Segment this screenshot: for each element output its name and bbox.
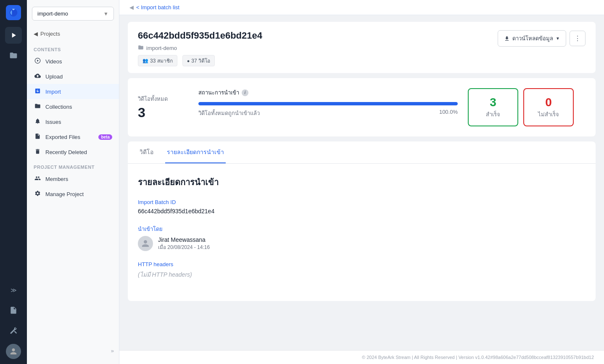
rail-folder-icon[interactable] [5,47,22,64]
back-arrow: ◀ [129,4,134,10]
back-arrow-icon: ◀ [34,31,38,37]
fail-card: 0 ไม่สำเร็จ [523,88,574,126]
stats-inner: วิดีโอทั้งหมด 3 สถานะการนำเข้า i วิดีโอท… [138,88,586,126]
icon-rail: ≫ [0,0,27,364]
total-videos-label: วิดีโอทั้งหมด [138,94,188,103]
sidebar-item-recently-deleted[interactable]: Recently Deleted [27,144,119,160]
page-header-card: 66c442bdd5f935d1e6bd21e4 import-demo 👥 3… [128,22,596,73]
meta-tags: 👥 33 สมาชิก ● 37 วิดีโอ [138,55,262,66]
success-card: 3 สำเร็จ [468,88,518,126]
importer-row: นำเข้าโดย Jirat Meewassana เมื่อ 20/08/2… [138,225,586,251]
project-tag: import-demo [138,45,262,52]
chevron-icon: ▼ [556,36,560,41]
sidebar-item-import[interactable]: Import [27,84,119,99]
importer-details: Jirat Meewassana เมื่อ 20/08/2024 - 14:1… [158,236,210,251]
download-btn[interactable]: ดาวน์โหลดข้อมูล ▼ [498,30,566,47]
header-actions: ดาวน์โหลดข้อมูล ▼ ⋮ [498,30,586,47]
folder-icon [138,45,144,52]
total-videos-count: 3 [138,105,188,120]
contents-section-label: Contents [27,42,119,54]
sidebar-item-members[interactable]: Members [27,171,119,186]
sidebar-item-exported-files[interactable]: Exported Files beta [27,129,119,144]
sidebar-item-collections[interactable]: Collections [27,99,119,114]
stats-card: วิดีโอทั้งหมด 3 สถานะการนำเข้า i วิดีโอท… [128,78,596,136]
project-mgmt-label: Project Management [27,160,119,171]
importer-avatar [138,236,153,251]
importer-name: Jirat Meewassana [158,236,210,243]
beta-badge: beta [98,134,112,140]
http-headers-value: (ไม่มี HTTP headers) [138,270,586,279]
project-selector[interactable]: import-demo ▼ [32,7,114,21]
sidebar-item-videos[interactable]: Videos [27,54,119,69]
result-cards: 3 สำเร็จ 0 ไม่สำเร็จ [468,88,586,126]
total-videos-section: วิดีโอทั้งหมด 3 [138,88,188,126]
tab-videos[interactable]: วิดีโอ [138,141,155,163]
fail-label: ไม่สำเร็จ [534,110,563,119]
tabs-nav: วิดีโอ รายละเอียดการนำเข้า [128,141,596,164]
status-header: สถานะการนำเข้า i [198,88,458,97]
collapse-icon: » [111,348,114,354]
detail-section-title: รายละเอียดการนำเข้า [138,175,586,189]
http-headers-label: HTTP headers [138,261,586,267]
batch-id-label: Import Batch ID [138,199,586,205]
sidebar: import-demo ▼ ◀ Projects Contents Videos… [27,0,119,364]
download-icon [504,36,510,42]
sidebar-item-issues[interactable]: Issues [27,114,119,129]
exported-files-icon [34,133,41,141]
http-headers-row: HTTP headers (ไม่มี HTTP headers) [138,261,586,279]
breadcrumb: ◀ < Import batch list [119,0,604,15]
tab-content-import-detail: รายละเอียดการนำเข้า Import Batch ID 66c4… [128,164,596,301]
status-section: สถานะการนำเข้า i วิดีโอทั้งหมดถูกนำเข้าแ… [198,88,458,126]
footer: © 2024 ByteArk Stream | All Rights Reser… [119,350,604,364]
user-avatar-icon[interactable] [6,344,21,359]
page-header-left: 66c442bdd5f935d1e6bd21e4 import-demo 👥 3… [138,30,262,66]
rail-wrench-icon[interactable] [5,322,22,339]
upload-icon [34,73,41,80]
app-logo[interactable] [6,5,21,20]
sidebar-item-upload[interactable]: Upload [27,69,119,84]
importer-date: เมื่อ 20/08/2024 - 14:16 [158,243,210,251]
sidebar-collapse-btn[interactable]: » [27,344,119,357]
progress-bar-fill [198,102,458,105]
info-icon: i [242,89,248,96]
page-title: 66c442bdd5f935d1e6bd21e4 [138,30,262,41]
recently-deleted-icon [34,148,41,156]
issues-icon [34,118,41,126]
chevron-down-icon: ▼ [103,11,108,17]
breadcrumb-import-batch-list[interactable]: < Import batch list [136,4,179,10]
scrollable-area: 66c442bdd5f935d1e6bd21e4 import-demo 👥 3… [119,15,604,350]
success-label: สำเร็จ [479,110,507,119]
batch-id-row: Import Batch ID 66c442bdd5f935d1e6bd21e4 [138,199,586,215]
videos-tag-icon: ● [187,58,190,63]
sidebar-item-manage-project[interactable]: Manage Project [27,186,119,202]
status-text-row: วิดีโอทั้งหมดถูกนำเข้าแล้ว 100.0% [198,109,458,118]
success-count: 3 [479,96,507,109]
videos-icon [34,58,41,65]
main-content: ◀ < Import batch list 66c442bdd5f935d1e6… [119,0,604,364]
collections-icon [34,103,41,110]
rail-play-icon[interactable] [5,27,22,44]
manage-project-icon [34,190,41,198]
fail-count: 0 [534,96,563,109]
rail-double-icon[interactable]: ≫ [5,282,22,299]
importer-info-row: Jirat Meewassana เมื่อ 20/08/2024 - 14:1… [138,236,586,251]
batch-id-value: 66c442bdd5f935d1e6bd21e4 [138,208,586,215]
progress-bar [198,102,458,105]
importer-label: นำเข้าโดย [138,225,586,233]
videos-meta-tag: ● 37 วิดีโอ [182,55,215,66]
members-icon [34,175,41,183]
rail-file-icon[interactable] [5,302,22,319]
members-tag-icon: 👥 [142,58,148,63]
tabs-section: วิดีโอ รายละเอียดการนำเข้า รายละเอียดการ… [128,141,596,301]
tab-import-detail[interactable]: รายละเอียดการนำเข้า [165,141,226,163]
members-meta-tag: 👥 33 สมาชิก [138,55,177,66]
more-options-btn[interactable]: ⋮ [570,31,586,46]
sidebar-back-btn[interactable]: ◀ Projects [27,27,119,40]
import-icon [34,88,41,95]
